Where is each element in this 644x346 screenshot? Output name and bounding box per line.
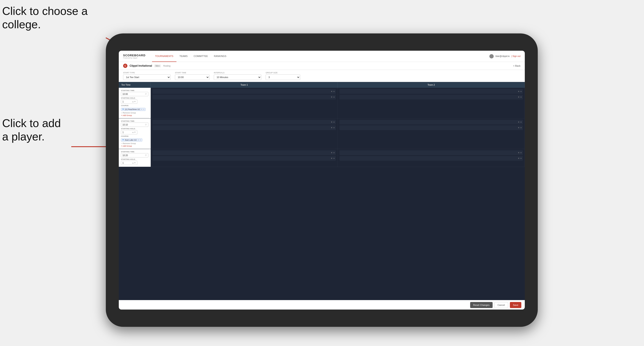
event-hosting: Hosting: [163, 65, 170, 67]
group-size-label: Group Size: [266, 72, 300, 74]
nav-links: TOURNAMENTS TEAMS COMMITTEE RANKINGS: [152, 51, 489, 62]
event-badge: Men: [154, 64, 161, 67]
starting-hole-input-1[interactable]: 1▲▼: [121, 99, 137, 104]
group-team2-1: ✕ ≡ ✕ ≡: [338, 88, 525, 118]
group-size-field: Group Size 3 2 4: [266, 72, 300, 80]
course-tag-1: ⚑ (A) Peachtree GC × ≡: [121, 107, 148, 111]
course-tag-2: ⚑ East Lake GC × ≡: [121, 138, 148, 142]
tablet-frame: SCOREBOARD Powered by clippd TOURNAMENTS…: [106, 33, 538, 327]
sign-out-link[interactable]: | Sign out: [512, 55, 520, 57]
group-team1-3: ✕ ≡ ✕ ≡: [151, 149, 338, 167]
nav-link-teams[interactable]: TEAMS: [176, 51, 191, 62]
annotation-bottom: Click to add a player.: [2, 117, 61, 144]
group-team1-2: ✕ ≡ ✕ ≡: [151, 118, 338, 149]
user-email: blair@clippd.io: [496, 55, 510, 57]
player-row[interactable]: ✕ ≡: [340, 95, 523, 99]
starting-hole-input-2[interactable]: 1▲▼: [121, 130, 137, 134]
start-time-label: Start Time: [175, 72, 210, 74]
brand-title: SCOREBOARD: [123, 54, 146, 57]
start-type-select[interactable]: 1st Tee Start Shotgun Start: [123, 74, 170, 80]
sub-header: C Clippd Invitational Men Hosting < Back: [119, 62, 525, 70]
group-team1-1: ✕ ≡ ✕ ≡: [151, 88, 338, 118]
course-remove-1[interactable]: ×: [141, 108, 142, 110]
nav-bar: SCOREBOARD Powered by clippd TOURNAMENTS…: [119, 51, 525, 62]
starting-time-input-2[interactable]: 10:10⏱: [121, 123, 148, 127]
config-row: Start Type 1st Tee Start Shotgun Start S…: [119, 70, 525, 82]
group-left-1: STARTING TIME: 10:00⏱ STARTING HOLE: 1▲▼…: [119, 88, 151, 118]
player-row[interactable]: ✕ ≡: [340, 120, 523, 125]
event-logo: C: [123, 64, 128, 68]
start-type-label: Start Type: [123, 72, 170, 74]
player-row[interactable]: ✕ ≡: [152, 89, 336, 94]
footer-bar: Reset Changes Cancel Save: [119, 300, 525, 310]
starting-time-input-1[interactable]: 10:00⏱: [121, 92, 148, 96]
intervals-field: Intervals 10 Minutes 5 Minutes: [214, 72, 261, 80]
remove-group-link-2[interactable]: ○ Remove Group: [121, 142, 148, 145]
player-row[interactable]: ✕ ≡: [152, 150, 336, 155]
player-row[interactable]: ✕ ≡: [340, 89, 523, 94]
add-group-link-1[interactable]: + Add Group: [121, 114, 148, 117]
starting-time-label-3: STARTING TIME:: [121, 151, 148, 153]
table-body: STARTING TIME: 10:00⏱ STARTING HOLE: 1▲▼…: [119, 88, 525, 300]
start-time-field: Start Time 10:00: [175, 72, 210, 80]
course-remove-2[interactable]: ×: [138, 139, 139, 141]
player-row[interactable]: ✕ ≡: [340, 125, 523, 130]
tablet-screen: SCOREBOARD Powered by clippd TOURNAMENTS…: [119, 51, 525, 310]
starting-hole-label-3: STARTING HOLE:: [121, 158, 148, 160]
start-type-field: Start Type 1st Tee Start Shotgun Start: [123, 72, 170, 80]
remove-group-link-1[interactable]: ○ Remove Group: [121, 112, 148, 114]
back-button[interactable]: < Back: [513, 64, 520, 67]
reset-changes-button[interactable]: Reset Changes: [470, 302, 492, 308]
intervals-label: Intervals: [214, 72, 261, 74]
course-label-2: COURSE:: [121, 135, 148, 137]
starting-hole-label-2: STARTING HOLE:: [121, 128, 148, 130]
player-row[interactable]: ✕ ≡: [152, 120, 336, 125]
th-team2: Team 2: [338, 82, 525, 88]
starting-hole-label-1: STARTING HOLE:: [121, 97, 148, 99]
player-row[interactable]: ✕ ≡: [340, 156, 523, 161]
save-button[interactable]: Save: [510, 302, 521, 308]
starting-time-label-2: STARTING TIME:: [121, 120, 148, 122]
nav-user: blair@clippd.io | Sign out: [489, 54, 520, 58]
player-row[interactable]: ✕ ≡: [152, 156, 336, 161]
starting-time-input-3[interactable]: 10:20⏱: [121, 153, 148, 158]
intervals-select[interactable]: 10 Minutes 5 Minutes: [214, 74, 261, 80]
table-row: STARTING TIME: 10:10⏱ STARTING HOLE: 1▲▼…: [119, 118, 525, 149]
table-row: STARTING TIME: 10:00⏱ STARTING HOLE: 1▲▼…: [119, 88, 525, 118]
add-group-link-2[interactable]: + Add Group: [121, 145, 148, 147]
group-left-2: STARTING TIME: 10:10⏱ STARTING HOLE: 1▲▼…: [119, 118, 151, 149]
group-team2-3: ✕ ≡ ✕ ≡: [338, 149, 525, 167]
starting-hole-input-3[interactable]: 1▲▼: [121, 161, 137, 165]
event-title: Clippd Invitational: [130, 64, 152, 67]
brand-sub: Powered by clippd: [123, 57, 146, 59]
group-size-select[interactable]: 3 2 4: [266, 74, 300, 80]
nav-link-rankings[interactable]: RANKINGS: [211, 51, 229, 62]
annotation-top: Click to choose a college.: [2, 4, 88, 31]
table-header: Tee Time Team 1 Team 2: [119, 82, 525, 88]
nav-brand: SCOREBOARD Powered by clippd: [123, 54, 146, 59]
th-team1: Team 1: [151, 82, 338, 88]
nav-link-tournaments[interactable]: TOURNAMENTS: [152, 51, 176, 62]
th-tee-time: Tee Time: [119, 82, 151, 88]
nav-link-committee[interactable]: COMMITTEE: [191, 51, 211, 62]
starting-time-label-1: STARTING TIME:: [121, 90, 148, 91]
group-team2-2: ✕ ≡ ✕ ≡: [338, 118, 525, 149]
start-time-select[interactable]: 10:00: [175, 74, 210, 80]
player-row[interactable]: ✕ ≡: [152, 125, 336, 130]
player-row[interactable]: ✕ ≡: [340, 150, 523, 155]
group-left-3: STARTING TIME: 10:20⏱ STARTING HOLE: 1▲▼: [119, 149, 151, 167]
course-label-1: COURSE:: [121, 105, 148, 107]
player-row[interactable]: ✕ ≡: [152, 95, 336, 99]
cancel-button[interactable]: Cancel: [494, 302, 508, 308]
avatar: [489, 54, 494, 58]
table-row: STARTING TIME: 10:20⏱ STARTING HOLE: 1▲▼…: [119, 149, 525, 167]
